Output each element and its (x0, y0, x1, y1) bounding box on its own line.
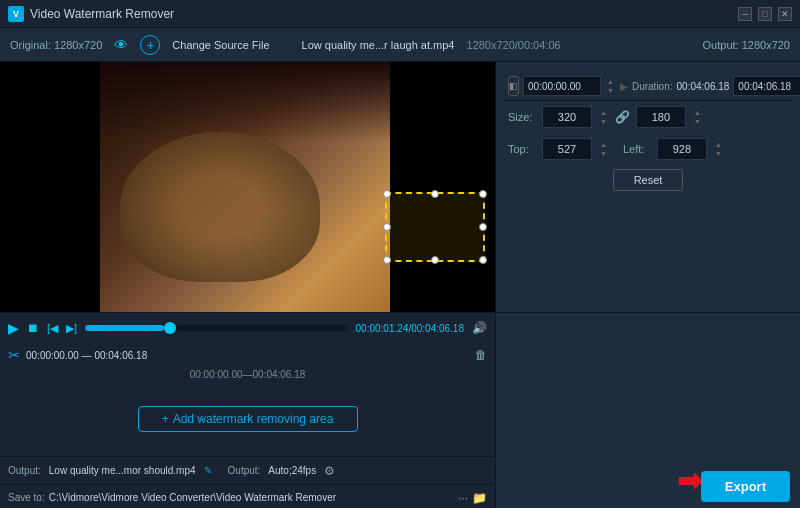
right-panel: ◧ ▲ ▼ ▶ Duration: 00:04:06.18 ▲ ▼ ◨ Size… (495, 62, 800, 312)
position-row: Top: ▲ ▼ Left: ▲ ▼ (504, 133, 792, 165)
current-time-display: 00:00:01.24/00:04:06.18 (356, 323, 464, 334)
settings-icon[interactable]: ⚙ (324, 464, 335, 478)
export-button[interactable]: Export (701, 471, 790, 502)
video-preview[interactable] (0, 62, 495, 312)
title-bar: V Video Watermark Remover ─ □ ✕ (0, 0, 800, 28)
minimize-button[interactable]: ─ (738, 7, 752, 21)
playback-controls: ▶ ⏹ [◀ ▶] 00:00:01.24/00:04:06.18 🔊 (0, 313, 495, 343)
clip-scissors-icon: ✂ (8, 347, 20, 363)
top-label: Top: (508, 143, 536, 155)
save-bar: Save to: C:\Vidmore\Vidmore Video Conver… (0, 484, 495, 508)
source-file-name: Low quality me...r laugh at.mp4 (302, 39, 455, 51)
watermark-selection-box[interactable] (385, 192, 485, 262)
end-time-input[interactable] (733, 76, 800, 96)
clip-start-icon: ◧ (508, 76, 519, 96)
size-row: Size: ▲ ▼ 🔗 ▲ ▼ (504, 101, 792, 133)
height-up[interactable]: ▲ (692, 108, 703, 117)
export-arrow-hint: ➡ (677, 463, 702, 498)
app-title: Video Watermark Remover (30, 7, 174, 21)
video-content (120, 132, 320, 282)
change-source-label: Change Source File (172, 39, 269, 51)
add-watermark-button[interactable]: + Add watermark removing area (138, 406, 358, 432)
duration-value: 00:04:06.18 (677, 81, 730, 92)
play-button[interactable]: ▶ (8, 320, 19, 336)
next-frame-button[interactable]: ▶] (66, 322, 77, 335)
video-frame (100, 62, 390, 312)
maximize-button[interactable]: □ (758, 7, 772, 21)
window-controls: ─ □ ✕ (738, 7, 792, 21)
link-dimensions-icon[interactable]: 🔗 (615, 110, 630, 124)
width-input[interactable] (542, 106, 592, 128)
preview-eye-button[interactable]: 👁 (114, 37, 128, 53)
output-file-name: Low quality me...mor should.mp4 (49, 465, 196, 476)
left-input[interactable] (657, 138, 707, 160)
width-up[interactable]: ▲ (598, 108, 609, 117)
lower-left-panel: ▶ ⏹ [◀ ▶] 00:00:01.24/00:04:06.18 🔊 ✂ 00… (0, 313, 495, 508)
volume-icon[interactable]: 🔊 (472, 321, 487, 335)
timeline-thumb[interactable] (164, 322, 176, 334)
start-time-input[interactable] (523, 76, 601, 96)
left-up[interactable]: ▲ (713, 140, 724, 149)
clip-section: ✂ 00:00:00.00 — 00:04:06.18 🗑 (0, 343, 495, 367)
source-file-resolution: 1280x720/00:04:06 (466, 39, 560, 51)
top-up[interactable]: ▲ (598, 140, 609, 149)
start-time-up[interactable]: ▲ (605, 77, 616, 86)
output-format-label: Output: (228, 465, 261, 476)
output-label: Output: (8, 465, 41, 476)
left-down[interactable]: ▼ (713, 149, 724, 158)
clip-range-label: 00:00:00.00 — 00:04:06.18 (26, 350, 147, 361)
stop-button[interactable]: ⏹ (27, 321, 39, 335)
resize-handle-mr[interactable] (479, 223, 487, 231)
resize-handle-tm[interactable] (431, 190, 439, 198)
duration-label: Duration: (632, 81, 673, 92)
timeline-track[interactable] (85, 325, 347, 331)
resize-handle-tl[interactable] (383, 190, 391, 198)
prev-frame-button[interactable]: [◀ (47, 322, 58, 335)
edit-filename-icon[interactable]: ✎ (204, 465, 212, 476)
height-down[interactable]: ▼ (692, 117, 703, 126)
height-input[interactable] (636, 106, 686, 128)
time-range-row: ◧ ▲ ▼ ▶ Duration: 00:04:06.18 ▲ ▼ ◨ (504, 70, 792, 101)
output-resolution-label: Output: 1280x720 (703, 39, 790, 51)
output-bar: Output: Low quality me...mor should.mp4 … (0, 456, 495, 484)
resize-handle-bm[interactable] (431, 256, 439, 264)
video-overlay (100, 62, 390, 142)
top-input[interactable] (542, 138, 592, 160)
save-to-label: Save to: (8, 492, 45, 503)
add-source-button[interactable]: + (140, 35, 160, 55)
resize-handle-br[interactable] (479, 256, 487, 264)
start-time-down[interactable]: ▼ (605, 86, 616, 95)
app-icon: V (8, 6, 24, 22)
width-down[interactable]: ▼ (598, 117, 609, 126)
top-bar: Original: 1280x720 👁 + Change Source Fil… (0, 28, 800, 62)
top-down[interactable]: ▼ (598, 149, 609, 158)
close-button[interactable]: ✕ (778, 7, 792, 21)
add-watermark-label: Add watermark removing area (173, 412, 334, 426)
delete-clip-icon[interactable]: 🗑 (475, 348, 487, 362)
reset-button[interactable]: Reset (613, 169, 684, 191)
output-format-value: Auto;24fps (268, 465, 316, 476)
size-label: Size: (508, 111, 536, 123)
timeline-fill (85, 325, 164, 331)
arrow-icon: ▶ (620, 81, 628, 92)
left-label: Left: (623, 143, 651, 155)
open-folder-icon[interactable]: 📁 (472, 491, 487, 505)
save-path-display: C:\Vidmore\Vidmore Video Converter\Video… (49, 492, 336, 503)
plus-icon: + (162, 412, 169, 426)
resize-handle-tr[interactable] (479, 190, 487, 198)
resize-handle-ml[interactable] (383, 223, 391, 231)
more-options-icon[interactable]: ··· (458, 491, 468, 505)
main-content: ◧ ▲ ▼ ▶ Duration: 00:04:06.18 ▲ ▼ ◨ Size… (0, 62, 800, 312)
original-resolution-label: Original: 1280x720 (10, 39, 102, 51)
clip-time-display: 00:00:00.00—00:04:06.18 (0, 367, 495, 382)
resize-handle-bl[interactable] (383, 256, 391, 264)
